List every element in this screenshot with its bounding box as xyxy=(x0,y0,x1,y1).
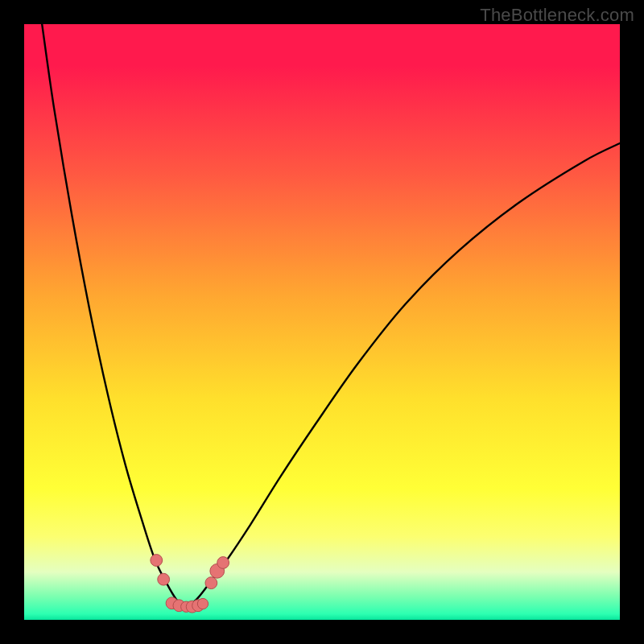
curve-right-branch xyxy=(185,143,620,608)
data-marker xyxy=(151,555,163,567)
chart-svg xyxy=(24,24,620,620)
curve-group xyxy=(42,24,620,608)
curve-left-branch xyxy=(42,24,185,608)
chart-frame: TheBottleneck.com xyxy=(0,0,644,644)
watermark-text: TheBottleneck.com xyxy=(480,5,634,26)
data-marker xyxy=(217,557,229,569)
data-marker xyxy=(205,577,217,589)
marker-group xyxy=(151,555,229,613)
data-marker xyxy=(197,598,208,609)
data-marker xyxy=(158,573,170,585)
chart-plot-area xyxy=(24,24,620,620)
